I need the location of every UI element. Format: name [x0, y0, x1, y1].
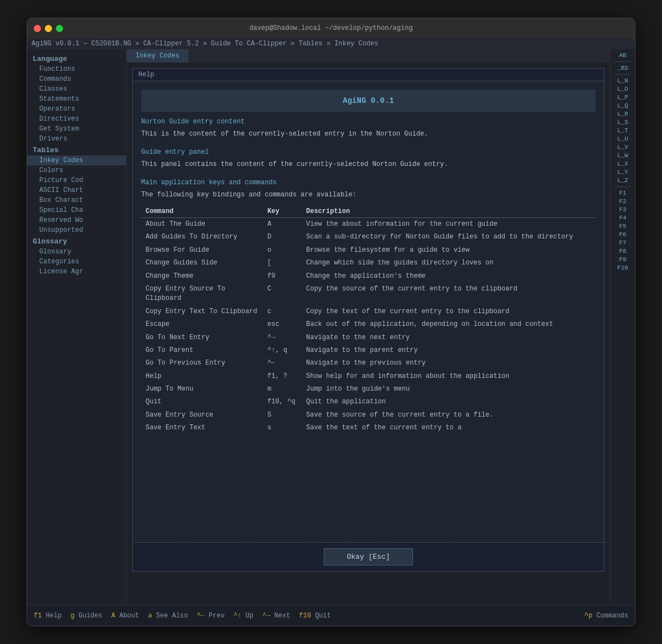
- sidebar-item-statements[interactable]: Statements: [27, 94, 126, 104]
- index-item-lr[interactable]: L_R: [617, 110, 628, 118]
- table-row: EscapeescBack out of the application, de…: [141, 318, 596, 331]
- index-item-f1[interactable]: F1: [619, 189, 626, 197]
- index-item-ly[interactable]: L_Y: [617, 168, 628, 176]
- index-item-f5[interactable]: F5: [619, 222, 626, 230]
- status-f10: f10 Quit: [299, 612, 331, 620]
- sidebar-item-license-agr[interactable]: License Agr: [27, 267, 126, 277]
- table-row: Change Guides Side[Change which side the…: [141, 257, 596, 269]
- index-item-lz[interactable]: L_Z: [617, 176, 628, 184]
- table-row: Helpf1, ?Show help for and information a…: [141, 370, 596, 383]
- link-guide-entry-panel[interactable]: Guide entry panel: [141, 148, 209, 156]
- cmd-desc: Change which side the guides directory l…: [302, 257, 596, 269]
- sidebar-item-reserved-wo[interactable]: Reserved Wo: [27, 215, 126, 225]
- sidebar-item-special-cha[interactable]: Special Cha: [27, 205, 126, 215]
- cmd-key: esc: [263, 318, 302, 331]
- cmd-key: f1, ?: [263, 370, 302, 383]
- index-item-lw[interactable]: L_W: [617, 152, 628, 159]
- cmd-name: Go To Next Entry: [141, 331, 263, 344]
- cmd-desc: Navigate to the parent entry: [302, 344, 596, 357]
- index-item-f10[interactable]: F10: [617, 264, 628, 272]
- col-key: Key: [263, 205, 302, 218]
- sidebar-item-glossary[interactable]: Glossary: [27, 247, 126, 257]
- index-item-f9[interactable]: F9: [619, 256, 626, 263]
- okay-button[interactable]: Okay [Esc]: [324, 548, 412, 565]
- cmd-desc: Navigate to the previous entry: [302, 357, 596, 370]
- index-item-lu[interactable]: L_U: [617, 135, 628, 143]
- cmd-key: S: [263, 409, 302, 422]
- sidebar-section-language: Language: [27, 53, 126, 64]
- traffic-lights: [34, 25, 63, 32]
- sidebar-item-drivers[interactable]: Drivers: [27, 134, 126, 144]
- col-description: Description: [302, 205, 596, 218]
- cmd-name: Copy Entry Source To Clipboard: [141, 283, 263, 305]
- sidebar-item-categories[interactable]: Categories: [27, 257, 126, 267]
- cmd-name: Quit: [141, 396, 263, 408]
- maximize-button[interactable]: [56, 25, 63, 32]
- titlebar: davep@Shadow.local ~/develop/python/agin…: [27, 18, 635, 38]
- index-item-ls[interactable]: L_S: [617, 118, 628, 126]
- minimize-button[interactable]: [45, 25, 52, 32]
- cmd-key: A: [263, 218, 302, 231]
- index-item-lo[interactable]: L_O: [617, 85, 628, 93]
- index-item-f8[interactable]: F8: [619, 247, 626, 255]
- cmd-desc: Navigate to the next entry: [302, 331, 596, 344]
- statusbar: f1 Help g Guides A About a See Also ^← P…: [27, 605, 635, 626]
- cmd-key: f9: [263, 270, 302, 283]
- cmd-name: Escape: [141, 318, 263, 331]
- sidebar-item-picture-cod[interactable]: Picture Cod: [27, 175, 126, 185]
- index-sep-1: [614, 61, 631, 62]
- tab-inkey-codes[interactable]: Inkey Codes: [127, 49, 189, 63]
- sidebar-item-box-charact[interactable]: Box Charact: [27, 195, 126, 205]
- table-row: Add Guides To DirectoryDScan a sub-direc…: [141, 231, 596, 243]
- status-prev: ^← Prev: [196, 612, 224, 620]
- table-row: Browse For GuideoBrowse the filesystem f…: [141, 244, 596, 257]
- index-item-lt[interactable]: L_T: [617, 127, 628, 134]
- sidebar-item-unsupported[interactable]: Unsupported: [27, 225, 126, 235]
- index-item-f3[interactable]: F3: [619, 206, 626, 214]
- close-button[interactable]: [34, 25, 41, 32]
- help-dialog: Help AgiNG 0.0.1 Norton Guide entry cont…: [132, 68, 604, 572]
- cmd-name: Browse For Guide: [141, 244, 263, 257]
- index-item-lp[interactable]: L_P: [617, 94, 628, 101]
- index-item-lq[interactable]: L_Q: [617, 102, 628, 110]
- text-guide-entry-panel: This panel contains the content of the c…: [141, 159, 596, 169]
- sidebar-item-colors[interactable]: Colors: [27, 165, 126, 175]
- sidebar-item-ascii-chart[interactable]: ASCII Chart: [27, 185, 126, 195]
- index-item-lv[interactable]: L_V: [617, 143, 628, 151]
- link-main-keys-commands[interactable]: Main application keys and commands: [141, 179, 277, 186]
- index-item-ln[interactable]: L_N: [617, 77, 628, 85]
- sidebar-item-classes[interactable]: Classes: [27, 84, 126, 94]
- index-item-f6[interactable]: F6: [619, 231, 626, 238]
- sidebar-item-getsystem[interactable]: Get System: [27, 124, 126, 134]
- menubar: AgiNG v0.0.1 — C52G01B.NG » CA-Clipper 5…: [27, 38, 635, 49]
- sidebar-item-operators[interactable]: Operators: [27, 104, 126, 114]
- index-item-ab[interactable]: AB: [619, 51, 626, 59]
- cmd-key: s: [263, 422, 302, 434]
- index-sep-3: [614, 186, 631, 187]
- status-commands: ^p Commands: [585, 612, 628, 620]
- index-item-bs[interactable]: _BS: [617, 64, 628, 72]
- sidebar-section-tables: Tables: [27, 144, 126, 155]
- cmd-key: [: [263, 257, 302, 269]
- sidebar-item-inkey-codes[interactable]: Inkey Codes: [27, 155, 126, 165]
- cmd-key: m: [263, 383, 302, 396]
- index-item-f7[interactable]: F7: [619, 239, 626, 247]
- sidebar-item-directives[interactable]: Directives: [27, 114, 126, 124]
- link-norton-guide-entry[interactable]: Norton Guide entry content: [141, 118, 245, 126]
- cmd-key: ^↑, q: [263, 344, 302, 357]
- cmd-name: Go To Parent: [141, 344, 263, 357]
- sidebar-item-functions[interactable]: Functions: [27, 64, 126, 74]
- main-area: Language Functions Commands Classes Stat…: [27, 49, 635, 605]
- index-item-f2[interactable]: F2: [619, 198, 626, 205]
- cmd-key: C: [263, 283, 302, 305]
- index-sep-2: [614, 74, 631, 75]
- cmd-desc: Back out of the application, depending o…: [302, 318, 596, 331]
- table-row: Jump To MenumJump into the guide's menu: [141, 383, 596, 396]
- table-row: Save Entry TextsSave the text of the cur…: [141, 422, 596, 434]
- sidebar-item-commands[interactable]: Commands: [27, 74, 126, 84]
- index-item-f4[interactable]: F4: [619, 214, 626, 222]
- cmd-name: Add Guides To Directory: [141, 231, 263, 243]
- cmd-desc: Jump into the guide's menu: [302, 383, 596, 396]
- index-item-lx[interactable]: L_X: [617, 160, 628, 168]
- status-up: ^↑ Up: [234, 612, 254, 620]
